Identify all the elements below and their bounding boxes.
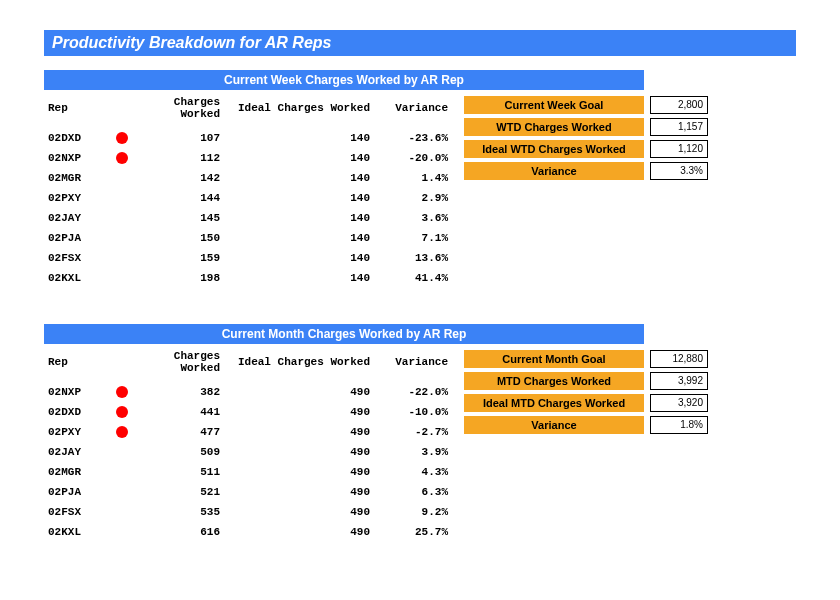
cell-charges: 107: [132, 128, 224, 148]
cell-charges: 142: [132, 168, 224, 188]
cell-variance: 4.3%: [374, 462, 452, 482]
cell-rep: 02DXD: [44, 402, 112, 422]
month-section: Current Month Charges Worked by AR Rep R…: [44, 324, 796, 542]
summary-label: MTD Charges Worked: [464, 372, 644, 390]
cell-flag: [112, 168, 132, 188]
cell-variance: 25.7%: [374, 522, 452, 542]
cell-ideal: 140: [224, 188, 374, 208]
cell-ideal: 140: [224, 228, 374, 248]
table-row: 02KXL61649025.7%: [44, 522, 452, 542]
table-row: 02FSX15914013.6%: [44, 248, 452, 268]
cell-flag: [112, 402, 132, 422]
cell-charges: 441: [132, 402, 224, 422]
month-table: Rep Charges Worked Ideal Charges Worked …: [44, 344, 452, 542]
cell-flag: [112, 442, 132, 462]
cell-charges: 150: [132, 228, 224, 248]
cell-ideal: 140: [224, 148, 374, 168]
summary-row: Current Week Goal2,800: [464, 96, 708, 114]
cell-flag: [112, 462, 132, 482]
cell-variance: -23.6%: [374, 128, 452, 148]
cell-flag: [112, 188, 132, 208]
cell-charges: 144: [132, 188, 224, 208]
summary-label: WTD Charges Worked: [464, 118, 644, 136]
week-table-body: 02DXD107140-23.6%02NXP112140-20.0%02MGR1…: [44, 128, 452, 288]
cell-variance: -2.7%: [374, 422, 452, 442]
cell-flag: [112, 482, 132, 502]
table-row: 02DXD107140-23.6%: [44, 128, 452, 148]
alert-dot-icon: [116, 152, 128, 164]
table-row: 02PXY1441402.9%: [44, 188, 452, 208]
cell-charges: 616: [132, 522, 224, 542]
cell-ideal: 140: [224, 248, 374, 268]
table-row: 02NXP382490-22.0%: [44, 382, 452, 402]
table-row: 02NXP112140-20.0%: [44, 148, 452, 168]
col-variance: Variance: [374, 90, 452, 128]
cell-variance: 6.3%: [374, 482, 452, 502]
cell-rep: 02PJA: [44, 482, 112, 502]
cell-rep: 02FSX: [44, 502, 112, 522]
page-title: Productivity Breakdown for AR Reps: [44, 30, 796, 56]
summary-value: 2,800: [650, 96, 708, 114]
summary-value: 1,157: [650, 118, 708, 136]
alert-dot-icon: [116, 406, 128, 418]
summary-label: Ideal WTD Charges Worked: [464, 140, 644, 158]
cell-charges: 159: [132, 248, 224, 268]
cell-charges: 382: [132, 382, 224, 402]
table-row: 02JAY1451403.6%: [44, 208, 452, 228]
summary-value: 3,992: [650, 372, 708, 390]
col-ideal: Ideal Charges Worked: [224, 344, 374, 382]
summary-value: 1.8%: [650, 416, 708, 434]
week-section-header: Current Week Charges Worked by AR Rep: [44, 70, 644, 90]
cell-rep: 02KXL: [44, 268, 112, 288]
col-variance: Variance: [374, 344, 452, 382]
cell-charges: 509: [132, 442, 224, 462]
cell-variance: -10.0%: [374, 402, 452, 422]
cell-ideal: 140: [224, 208, 374, 228]
cell-charges: 521: [132, 482, 224, 502]
summary-row: MTD Charges Worked3,992: [464, 372, 708, 390]
cell-ideal: 490: [224, 442, 374, 462]
cell-ideal: 140: [224, 168, 374, 188]
month-table-header-row: Rep Charges Worked Ideal Charges Worked …: [44, 344, 452, 382]
summary-row: WTD Charges Worked1,157: [464, 118, 708, 136]
cell-charges: 145: [132, 208, 224, 228]
cell-flag: [112, 268, 132, 288]
month-table-body: 02NXP382490-22.0%02DXD441490-10.0%02PXY4…: [44, 382, 452, 542]
cell-variance: 2.9%: [374, 188, 452, 208]
cell-flag: [112, 248, 132, 268]
cell-flag: [112, 128, 132, 148]
cell-flag: [112, 422, 132, 442]
table-row: 02MGR1421401.4%: [44, 168, 452, 188]
month-section-header: Current Month Charges Worked by AR Rep: [44, 324, 644, 344]
summary-value: 1,120: [650, 140, 708, 158]
cell-ideal: 490: [224, 522, 374, 542]
summary-label: Current Week Goal: [464, 96, 644, 114]
cell-flag: [112, 228, 132, 248]
cell-rep: 02PXY: [44, 188, 112, 208]
summary-row: Variance3.3%: [464, 162, 708, 180]
cell-variance: 7.1%: [374, 228, 452, 248]
alert-dot-icon: [116, 426, 128, 438]
cell-charges: 112: [132, 148, 224, 168]
cell-charges: 198: [132, 268, 224, 288]
summary-row: Variance1.8%: [464, 416, 708, 434]
cell-rep: 02JAY: [44, 208, 112, 228]
col-flag: [112, 90, 132, 128]
cell-ideal: 490: [224, 502, 374, 522]
table-row: 02PJA1501407.1%: [44, 228, 452, 248]
cell-flag: [112, 148, 132, 168]
col-rep: Rep: [44, 344, 112, 382]
col-rep: Rep: [44, 90, 112, 128]
cell-rep: 02JAY: [44, 442, 112, 462]
summary-label: Ideal MTD Charges Worked: [464, 394, 644, 412]
table-row: 02FSX5354909.2%: [44, 502, 452, 522]
cell-ideal: 140: [224, 128, 374, 148]
alert-dot-icon: [116, 386, 128, 398]
table-row: 02MGR5114904.3%: [44, 462, 452, 482]
table-row: 02DXD441490-10.0%: [44, 402, 452, 422]
cell-rep: 02FSX: [44, 248, 112, 268]
summary-row: Ideal WTD Charges Worked1,120: [464, 140, 708, 158]
cell-variance: 3.6%: [374, 208, 452, 228]
cell-rep: 02PJA: [44, 228, 112, 248]
cell-ideal: 490: [224, 382, 374, 402]
